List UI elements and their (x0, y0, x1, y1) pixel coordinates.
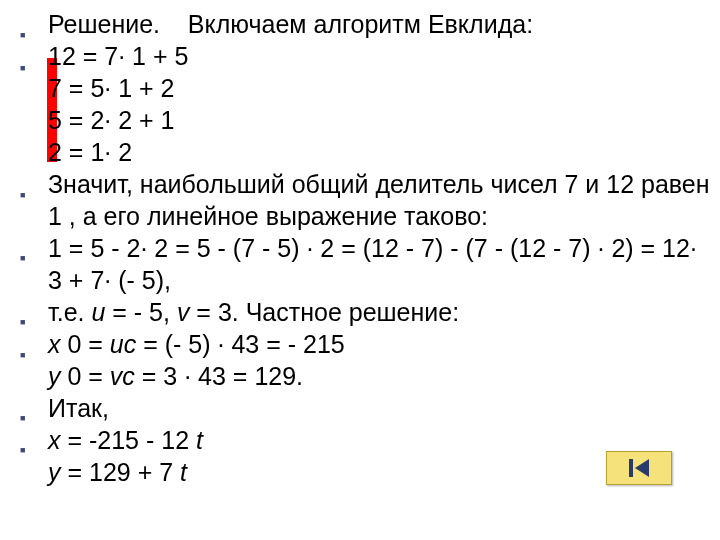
text: = 129 + 7 (61, 458, 181, 486)
line-x-general: x = -215 - 12 t (48, 424, 710, 456)
line-linear-expression: 1 = 5 - 2· 2 = 5 - (7 - 5) · 2 = (12 - 7… (48, 232, 710, 296)
var-t: t (196, 426, 203, 454)
text: 0 = (61, 330, 110, 358)
var-uc: uc (110, 330, 136, 358)
var-y: y (48, 362, 61, 390)
line-so: Итак, (48, 392, 710, 424)
var-u: u (91, 298, 105, 326)
line-x0: x 0 = uc = (- 5) · 43 = - 215 (48, 328, 710, 360)
line-euclid-4: 2 = 1· 2 (48, 136, 710, 168)
line-gcd-statement: Значит, наибольший общий делитель чисел … (48, 168, 710, 232)
var-x: x (48, 330, 61, 358)
line-euclid-3: 5 = 2· 2 + 1 (48, 104, 710, 136)
text: = -215 - 12 (61, 426, 197, 454)
var-t: t (180, 458, 187, 486)
text: = 3. Частное решение: (189, 298, 459, 326)
line-y0: y 0 = vc = 3 · 43 = 129. (48, 360, 710, 392)
text: = - 5, (105, 298, 177, 326)
line-euclid-2: 7 = 5· 1 + 2 (48, 72, 710, 104)
var-v: v (177, 298, 190, 326)
text: = 3 · 43 = 129. (135, 362, 303, 390)
line-y-general: y = 129 + 7 t (48, 456, 710, 488)
line-solution-title: Решение. Включаем алгоритм Евклида: (48, 8, 710, 40)
line-euclid-1: 12 = 7· 1 + 5 (48, 40, 710, 72)
var-y: y (48, 458, 61, 486)
text: 0 = (61, 362, 110, 390)
var-x: x (48, 426, 61, 454)
text: = (- 5) · 43 = - 215 (136, 330, 344, 358)
var-vc: vc (110, 362, 135, 390)
line-uv-values: т.е. u = - 5, v = 3. Частное решение: (48, 296, 710, 328)
slide-content: Решение. Включаем алгоритм Евклида: 12 =… (0, 0, 720, 498)
text: т.е. (48, 298, 91, 326)
